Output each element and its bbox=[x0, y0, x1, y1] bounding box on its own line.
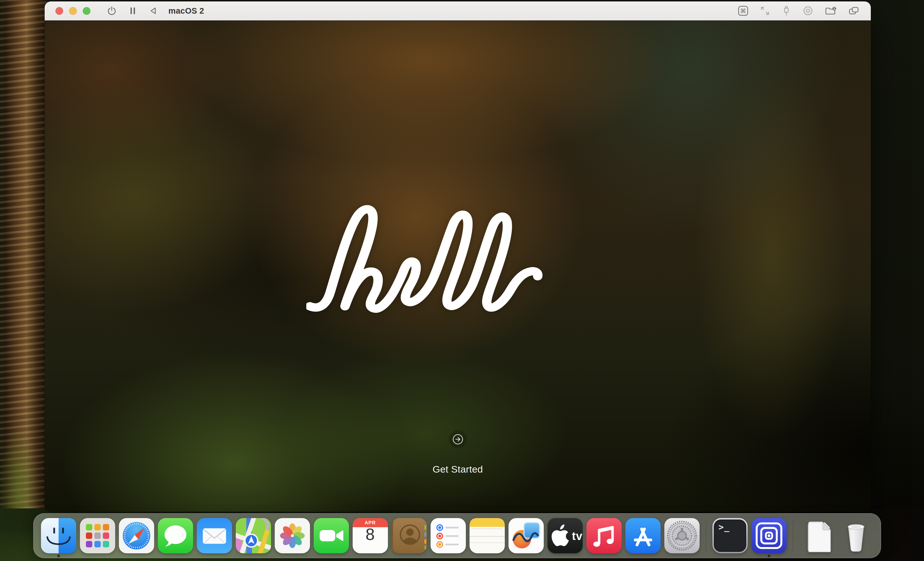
dock-launchpad-icon[interactable] bbox=[80, 518, 115, 554]
svg-text:⌘: ⌘ bbox=[740, 8, 746, 15]
dock-contacts-icon[interactable] bbox=[392, 518, 427, 554]
vm-window: macOS 2 ⌘ bbox=[45, 2, 871, 512]
continue-button[interactable] bbox=[448, 430, 468, 449]
get-started-label: Get Started bbox=[433, 464, 483, 475]
dock: APR 8 bbox=[33, 513, 881, 558]
dock-music-icon[interactable] bbox=[586, 518, 622, 554]
dock-trash-icon[interactable] bbox=[838, 518, 874, 554]
dock-calendar-icon[interactable]: APR 8 bbox=[352, 518, 388, 554]
desktop: macOS 2 ⌘ bbox=[0, 0, 924, 561]
displays-icon[interactable] bbox=[848, 5, 860, 16]
vm-toolbar-right: ⌘ bbox=[738, 5, 860, 16]
dock-settings-icon[interactable] bbox=[664, 518, 700, 554]
close-button[interactable] bbox=[56, 7, 63, 15]
tv-label: tv bbox=[572, 530, 583, 543]
arrow-right-circle-icon bbox=[451, 432, 465, 446]
dock-safari-icon[interactable] bbox=[119, 518, 154, 554]
resize-icon[interactable] bbox=[760, 6, 770, 16]
dock-freeform-icon[interactable] bbox=[508, 518, 544, 554]
dock-utm-icon[interactable] bbox=[752, 518, 787, 554]
disc-icon[interactable] bbox=[802, 5, 813, 16]
window-controls bbox=[56, 7, 90, 15]
calendar-day: 8 bbox=[366, 526, 375, 543]
power-icon[interactable] bbox=[107, 6, 117, 16]
terminal-prompt: >_ bbox=[718, 522, 730, 532]
vm-window-title: macOS 2 bbox=[168, 6, 204, 16]
dock-mail-icon[interactable] bbox=[197, 518, 232, 554]
dock-documents-icon[interactable] bbox=[800, 518, 835, 554]
hello-script-text bbox=[306, 205, 543, 314]
zoom-button[interactable] bbox=[83, 7, 90, 15]
shared-folder-icon[interactable] bbox=[825, 5, 837, 16]
get-started-block: Get Started bbox=[45, 430, 871, 475]
dock-appletv-icon[interactable]: tv bbox=[548, 518, 583, 554]
apple-logo-icon bbox=[548, 518, 570, 554]
wallpaper-left-tree bbox=[0, 0, 48, 561]
dock-appstore-icon[interactable] bbox=[626, 518, 661, 554]
pause-icon[interactable] bbox=[129, 6, 137, 16]
dock-facetime-icon[interactable] bbox=[314, 518, 349, 554]
usb-icon[interactable] bbox=[782, 5, 791, 16]
dock-separator bbox=[793, 519, 794, 552]
command-key-icon[interactable]: ⌘ bbox=[738, 5, 748, 16]
dock-photos-icon[interactable] bbox=[275, 518, 310, 554]
dock-notes-icon[interactable] bbox=[470, 518, 505, 554]
vm-toolbar-left bbox=[107, 6, 158, 16]
back-icon[interactable] bbox=[149, 6, 158, 16]
macos-setup-screen: Get Started bbox=[45, 21, 871, 512]
minimize-button[interactable] bbox=[69, 7, 77, 15]
dock-separator bbox=[706, 519, 706, 552]
dock-reminders-icon[interactable] bbox=[430, 518, 466, 554]
wallpaper-right-tree bbox=[870, 0, 924, 561]
dock-terminal-icon[interactable]: >_ bbox=[712, 518, 748, 554]
vm-titlebar[interactable]: macOS 2 ⌘ bbox=[45, 2, 871, 21]
dock-messages-icon[interactable] bbox=[158, 518, 193, 554]
dock-finder-icon[interactable] bbox=[41, 518, 76, 554]
dock-maps-icon[interactable] bbox=[236, 518, 271, 554]
